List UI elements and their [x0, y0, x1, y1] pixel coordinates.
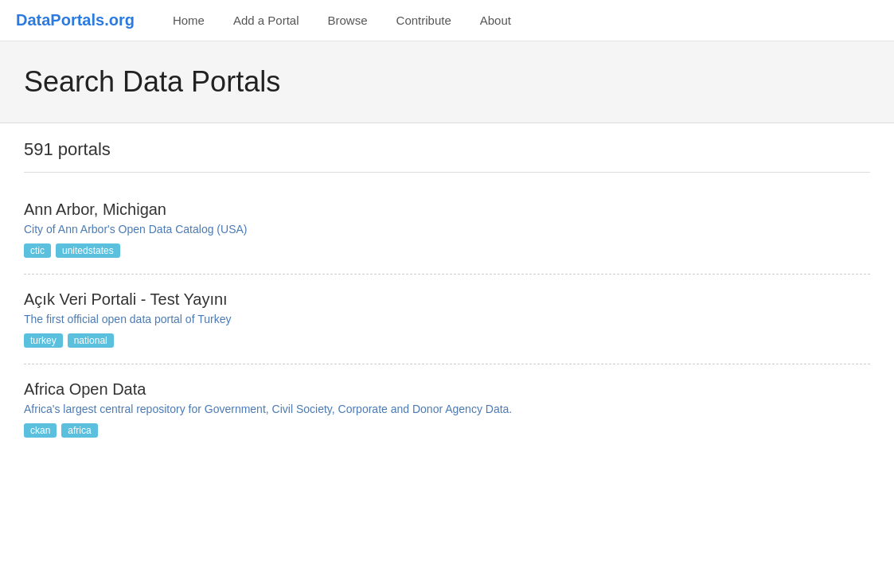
navbar: DataPortals.org HomeAdd a PortalBrowseCo… — [0, 0, 894, 41]
portal-tag[interactable]: ctic — [24, 243, 51, 258]
portal-description: The first official open data portal of T… — [24, 313, 870, 325]
nav-link-home[interactable]: Home — [158, 0, 219, 41]
portal-item: Açık Veri Portali - Test YayınıThe first… — [24, 275, 870, 364]
portal-title: Ann Arbor, Michigan — [24, 201, 870, 219]
portal-tags: ckanafrica — [24, 423, 870, 438]
portal-item: Africa Open DataAfrica's largest central… — [24, 364, 870, 454]
portal-tags: turkeynational — [24, 333, 870, 348]
portal-tag[interactable]: national — [68, 333, 114, 348]
portal-tag[interactable]: ckan — [24, 423, 57, 438]
nav-link-browse[interactable]: Browse — [314, 0, 382, 41]
portal-list: Ann Arbor, MichiganCity of Ann Arbor's O… — [24, 185, 870, 454]
nav-link-contribute[interactable]: Contribute — [382, 0, 466, 41]
portal-tag[interactable]: unitedstates — [56, 243, 120, 258]
main-content: 591 portals Ann Arbor, MichiganCity of A… — [0, 123, 894, 469]
portal-tag[interactable]: turkey — [24, 333, 63, 348]
hero-section: Search Data Portals — [0, 41, 894, 123]
page-title: Search Data Portals — [24, 65, 870, 99]
nav-link-add-a-portal[interactable]: Add a Portal — [219, 0, 314, 41]
portal-description: Africa's largest central repository for … — [24, 403, 870, 415]
portal-count: 591 portals — [24, 139, 870, 173]
portal-title: Africa Open Data — [24, 380, 870, 399]
site-brand[interactable]: DataPortals.org — [16, 11, 135, 29]
portal-description: City of Ann Arbor's Open Data Catalog (U… — [24, 223, 870, 236]
portal-item: Ann Arbor, MichiganCity of Ann Arbor's O… — [24, 185, 870, 275]
nav-links: HomeAdd a PortalBrowseContributeAbout — [158, 0, 525, 41]
portal-title: Açık Veri Portali - Test Yayını — [24, 290, 870, 309]
nav-link-about[interactable]: About — [466, 0, 525, 41]
portal-tags: cticunitedstates — [24, 243, 870, 258]
portal-tag[interactable]: africa — [61, 423, 97, 438]
